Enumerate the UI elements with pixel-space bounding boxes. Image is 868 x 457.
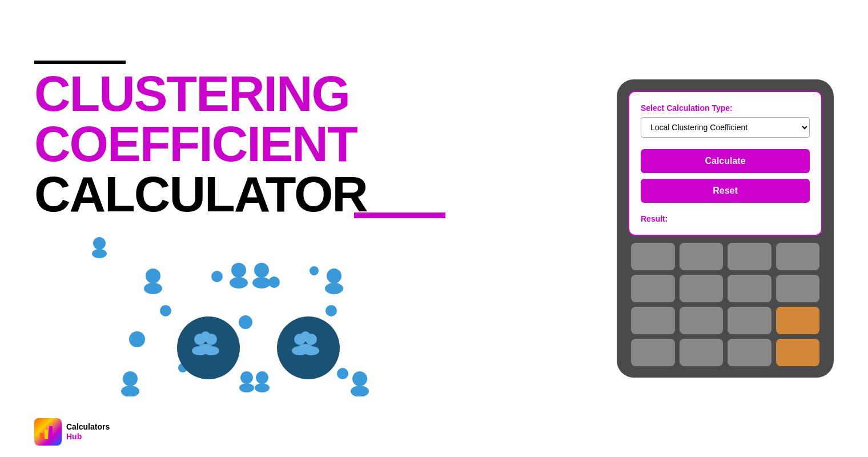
svg-point-37	[92, 249, 107, 258]
svg-point-35	[239, 383, 254, 392]
key-2[interactable]	[680, 243, 724, 270]
calculator-screen: Select Calculation Type: Local Clusterin…	[628, 91, 822, 236]
svg-point-4	[326, 305, 337, 316]
network-illustration	[91, 236, 377, 396]
title-line1: CLUSTERING	[34, 69, 434, 119]
logo-brand-line1: Calculators	[66, 422, 110, 432]
svg-rect-43	[45, 430, 48, 439]
svg-point-30	[327, 268, 341, 283]
key-11[interactable]	[728, 307, 771, 334]
logo: Calculators Hub	[34, 418, 110, 446]
key-6[interactable]	[680, 275, 724, 302]
result-label: Result:	[641, 214, 810, 223]
key-4[interactable]	[776, 243, 820, 270]
left-section: CLUSTERING COEFFICIENT CALCULATOR	[34, 61, 434, 396]
svg-point-5	[310, 266, 319, 275]
svg-point-2	[211, 271, 223, 282]
key-5[interactable]	[631, 275, 675, 302]
svg-point-36	[93, 237, 106, 250]
svg-point-34	[240, 371, 253, 384]
key-3[interactable]	[728, 243, 771, 270]
svg-point-32	[123, 371, 138, 386]
title-bar-decoration	[34, 61, 126, 64]
svg-point-26	[231, 263, 246, 278]
key-orange-bottom[interactable]	[776, 339, 820, 366]
key-10[interactable]	[680, 307, 724, 334]
svg-point-41	[351, 386, 369, 396]
key-12[interactable]	[631, 339, 675, 366]
title-line3-row: CALCULATOR	[34, 169, 434, 219]
keypad	[628, 243, 822, 366]
svg-point-28	[254, 263, 269, 278]
svg-point-24	[146, 268, 160, 283]
title-line3: CALCULATOR	[34, 169, 367, 219]
reset-button[interactable]: Reset	[641, 179, 810, 203]
logo-text: Calculators Hub	[66, 422, 110, 442]
calculator-body: Select Calculation Type: Local Clusterin…	[617, 79, 834, 378]
title-line2: COEFFICIENT	[34, 119, 434, 169]
svg-point-1	[160, 305, 171, 316]
svg-point-39	[255, 383, 270, 392]
svg-point-31	[325, 283, 343, 294]
title-block: CLUSTERING COEFFICIENT CALCULATOR	[34, 61, 434, 219]
logo-icon	[34, 418, 62, 446]
svg-point-15	[200, 331, 211, 342]
calculation-type-select[interactable]: Local Clustering Coefficient Global Clus…	[641, 117, 810, 138]
screen-label: Select Calculation Type:	[641, 103, 810, 113]
logo-svg	[39, 423, 57, 441]
svg-point-9	[337, 368, 348, 379]
svg-rect-44	[49, 426, 53, 439]
svg-point-40	[352, 371, 367, 386]
svg-point-6	[239, 315, 252, 329]
key-14[interactable]	[728, 339, 771, 366]
svg-point-0	[129, 331, 145, 347]
key-7[interactable]	[728, 275, 771, 302]
key-1[interactable]	[631, 243, 675, 270]
svg-point-27	[230, 277, 248, 288]
key-9[interactable]	[631, 307, 675, 334]
svg-point-29	[252, 277, 271, 288]
underline-bar-decoration	[354, 213, 445, 218]
right-section: Select Calculation Type: Local Clusterin…	[617, 79, 834, 378]
logo-brand-line2: Hub	[66, 432, 110, 442]
svg-point-16	[198, 344, 213, 352]
calculate-button[interactable]: Calculate	[641, 149, 810, 173]
dropdown-container[interactable]: Local Clustering Coefficient Global Clus…	[641, 117, 810, 138]
key-8[interactable]	[776, 275, 820, 302]
svg-point-25	[144, 283, 162, 294]
network-svg	[91, 236, 377, 396]
svg-rect-42	[40, 433, 43, 439]
svg-point-22	[300, 331, 311, 342]
svg-point-38	[256, 371, 268, 384]
svg-point-33	[121, 386, 139, 396]
svg-point-23	[298, 344, 313, 352]
key-13[interactable]	[680, 339, 724, 366]
key-orange-top[interactable]	[776, 307, 820, 334]
